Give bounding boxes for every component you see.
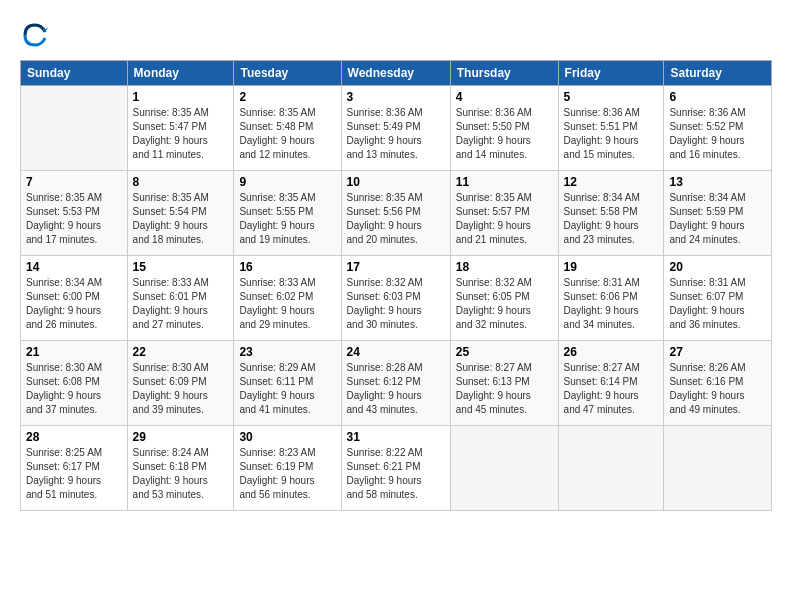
- weekday-friday: Friday: [558, 61, 664, 86]
- day-cell: 8Sunrise: 8:35 AM Sunset: 5:54 PM Daylig…: [127, 171, 234, 256]
- day-info: Sunrise: 8:30 AM Sunset: 6:08 PM Dayligh…: [26, 361, 122, 417]
- day-number: 24: [347, 345, 445, 359]
- day-cell: 25Sunrise: 8:27 AM Sunset: 6:13 PM Dayli…: [450, 341, 558, 426]
- day-number: 18: [456, 260, 553, 274]
- day-info: Sunrise: 8:32 AM Sunset: 6:05 PM Dayligh…: [456, 276, 553, 332]
- calendar-container: SundayMondayTuesdayWednesdayThursdayFrid…: [0, 0, 792, 612]
- day-info: Sunrise: 8:35 AM Sunset: 5:57 PM Dayligh…: [456, 191, 553, 247]
- weekday-thursday: Thursday: [450, 61, 558, 86]
- day-number: 20: [669, 260, 766, 274]
- day-number: 4: [456, 90, 553, 104]
- day-info: Sunrise: 8:35 AM Sunset: 5:55 PM Dayligh…: [239, 191, 335, 247]
- day-info: Sunrise: 8:26 AM Sunset: 6:16 PM Dayligh…: [669, 361, 766, 417]
- day-number: 21: [26, 345, 122, 359]
- day-info: Sunrise: 8:34 AM Sunset: 5:59 PM Dayligh…: [669, 191, 766, 247]
- day-cell: 24Sunrise: 8:28 AM Sunset: 6:12 PM Dayli…: [341, 341, 450, 426]
- day-cell: 20Sunrise: 8:31 AM Sunset: 6:07 PM Dayli…: [664, 256, 772, 341]
- day-cell: 29Sunrise: 8:24 AM Sunset: 6:18 PM Dayli…: [127, 426, 234, 511]
- weekday-sunday: Sunday: [21, 61, 128, 86]
- day-number: 19: [564, 260, 659, 274]
- day-cell: 22Sunrise: 8:30 AM Sunset: 6:09 PM Dayli…: [127, 341, 234, 426]
- day-number: 25: [456, 345, 553, 359]
- day-cell: 23Sunrise: 8:29 AM Sunset: 6:11 PM Dayli…: [234, 341, 341, 426]
- day-number: 3: [347, 90, 445, 104]
- weekday-saturday: Saturday: [664, 61, 772, 86]
- logo-icon: [20, 20, 50, 50]
- day-cell: 26Sunrise: 8:27 AM Sunset: 6:14 PM Dayli…: [558, 341, 664, 426]
- day-info: Sunrise: 8:36 AM Sunset: 5:49 PM Dayligh…: [347, 106, 445, 162]
- day-info: Sunrise: 8:31 AM Sunset: 6:06 PM Dayligh…: [564, 276, 659, 332]
- day-cell: 10Sunrise: 8:35 AM Sunset: 5:56 PM Dayli…: [341, 171, 450, 256]
- day-number: 14: [26, 260, 122, 274]
- weekday-header-row: SundayMondayTuesdayWednesdayThursdayFrid…: [21, 61, 772, 86]
- day-info: Sunrise: 8:25 AM Sunset: 6:17 PM Dayligh…: [26, 446, 122, 502]
- day-number: 22: [133, 345, 229, 359]
- day-cell: 21Sunrise: 8:30 AM Sunset: 6:08 PM Dayli…: [21, 341, 128, 426]
- day-info: Sunrise: 8:33 AM Sunset: 6:02 PM Dayligh…: [239, 276, 335, 332]
- day-number: 10: [347, 175, 445, 189]
- day-cell: 19Sunrise: 8:31 AM Sunset: 6:06 PM Dayli…: [558, 256, 664, 341]
- day-cell: 3Sunrise: 8:36 AM Sunset: 5:49 PM Daylig…: [341, 86, 450, 171]
- calendar-body: 1Sunrise: 8:35 AM Sunset: 5:47 PM Daylig…: [21, 86, 772, 511]
- day-number: 13: [669, 175, 766, 189]
- week-row-0: 1Sunrise: 8:35 AM Sunset: 5:47 PM Daylig…: [21, 86, 772, 171]
- day-cell: 16Sunrise: 8:33 AM Sunset: 6:02 PM Dayli…: [234, 256, 341, 341]
- day-info: Sunrise: 8:34 AM Sunset: 5:58 PM Dayligh…: [564, 191, 659, 247]
- day-info: Sunrise: 8:35 AM Sunset: 5:54 PM Dayligh…: [133, 191, 229, 247]
- day-number: 8: [133, 175, 229, 189]
- day-cell: 12Sunrise: 8:34 AM Sunset: 5:58 PM Dayli…: [558, 171, 664, 256]
- day-cell: 13Sunrise: 8:34 AM Sunset: 5:59 PM Dayli…: [664, 171, 772, 256]
- day-cell: 31Sunrise: 8:22 AM Sunset: 6:21 PM Dayli…: [341, 426, 450, 511]
- day-number: 7: [26, 175, 122, 189]
- day-cell: 2Sunrise: 8:35 AM Sunset: 5:48 PM Daylig…: [234, 86, 341, 171]
- header: [20, 20, 772, 50]
- day-cell: 6Sunrise: 8:36 AM Sunset: 5:52 PM Daylig…: [664, 86, 772, 171]
- day-number: 26: [564, 345, 659, 359]
- day-number: 31: [347, 430, 445, 444]
- day-cell: 18Sunrise: 8:32 AM Sunset: 6:05 PM Dayli…: [450, 256, 558, 341]
- day-info: Sunrise: 8:34 AM Sunset: 6:00 PM Dayligh…: [26, 276, 122, 332]
- day-cell: [664, 426, 772, 511]
- day-info: Sunrise: 8:35 AM Sunset: 5:56 PM Dayligh…: [347, 191, 445, 247]
- day-number: 27: [669, 345, 766, 359]
- day-number: 23: [239, 345, 335, 359]
- day-number: 29: [133, 430, 229, 444]
- day-number: 16: [239, 260, 335, 274]
- day-number: 5: [564, 90, 659, 104]
- day-number: 2: [239, 90, 335, 104]
- day-info: Sunrise: 8:24 AM Sunset: 6:18 PM Dayligh…: [133, 446, 229, 502]
- day-number: 17: [347, 260, 445, 274]
- calendar-table: SundayMondayTuesdayWednesdayThursdayFrid…: [20, 60, 772, 511]
- day-number: 9: [239, 175, 335, 189]
- day-info: Sunrise: 8:36 AM Sunset: 5:52 PM Dayligh…: [669, 106, 766, 162]
- day-number: 15: [133, 260, 229, 274]
- day-number: 12: [564, 175, 659, 189]
- weekday-tuesday: Tuesday: [234, 61, 341, 86]
- day-cell: 15Sunrise: 8:33 AM Sunset: 6:01 PM Dayli…: [127, 256, 234, 341]
- weekday-wednesday: Wednesday: [341, 61, 450, 86]
- day-info: Sunrise: 8:27 AM Sunset: 6:13 PM Dayligh…: [456, 361, 553, 417]
- week-row-1: 7Sunrise: 8:35 AM Sunset: 5:53 PM Daylig…: [21, 171, 772, 256]
- day-info: Sunrise: 8:31 AM Sunset: 6:07 PM Dayligh…: [669, 276, 766, 332]
- day-cell: 28Sunrise: 8:25 AM Sunset: 6:17 PM Dayli…: [21, 426, 128, 511]
- day-cell: 5Sunrise: 8:36 AM Sunset: 5:51 PM Daylig…: [558, 86, 664, 171]
- day-info: Sunrise: 8:36 AM Sunset: 5:50 PM Dayligh…: [456, 106, 553, 162]
- week-row-2: 14Sunrise: 8:34 AM Sunset: 6:00 PM Dayli…: [21, 256, 772, 341]
- day-info: Sunrise: 8:30 AM Sunset: 6:09 PM Dayligh…: [133, 361, 229, 417]
- day-number: 28: [26, 430, 122, 444]
- day-info: Sunrise: 8:29 AM Sunset: 6:11 PM Dayligh…: [239, 361, 335, 417]
- day-info: Sunrise: 8:36 AM Sunset: 5:51 PM Dayligh…: [564, 106, 659, 162]
- day-number: 6: [669, 90, 766, 104]
- day-info: Sunrise: 8:35 AM Sunset: 5:47 PM Dayligh…: [133, 106, 229, 162]
- day-info: Sunrise: 8:23 AM Sunset: 6:19 PM Dayligh…: [239, 446, 335, 502]
- week-row-3: 21Sunrise: 8:30 AM Sunset: 6:08 PM Dayli…: [21, 341, 772, 426]
- day-info: Sunrise: 8:33 AM Sunset: 6:01 PM Dayligh…: [133, 276, 229, 332]
- logo: [20, 20, 54, 50]
- day-info: Sunrise: 8:32 AM Sunset: 6:03 PM Dayligh…: [347, 276, 445, 332]
- day-cell: 4Sunrise: 8:36 AM Sunset: 5:50 PM Daylig…: [450, 86, 558, 171]
- day-cell: 7Sunrise: 8:35 AM Sunset: 5:53 PM Daylig…: [21, 171, 128, 256]
- day-info: Sunrise: 8:27 AM Sunset: 6:14 PM Dayligh…: [564, 361, 659, 417]
- day-cell: 14Sunrise: 8:34 AM Sunset: 6:00 PM Dayli…: [21, 256, 128, 341]
- day-number: 11: [456, 175, 553, 189]
- day-info: Sunrise: 8:35 AM Sunset: 5:48 PM Dayligh…: [239, 106, 335, 162]
